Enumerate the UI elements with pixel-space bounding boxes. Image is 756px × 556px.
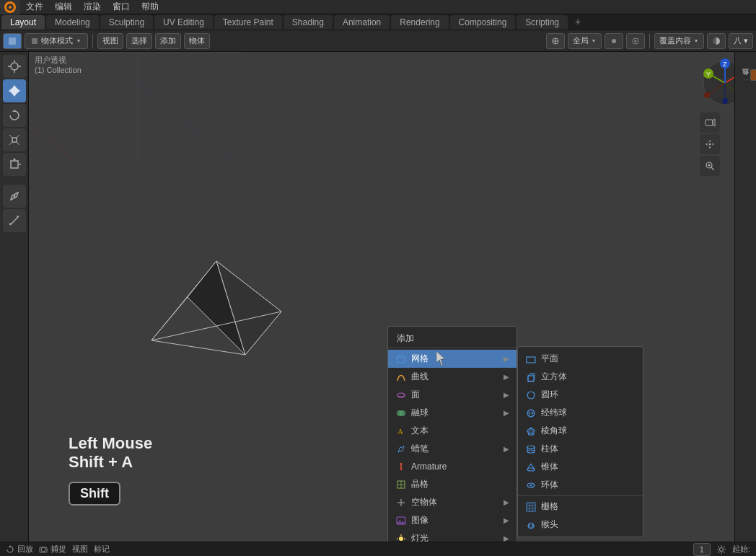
- svg-point-123: [527, 450, 535, 453]
- submenu-grid[interactable]: 栅格: [518, 498, 643, 516]
- svg-point-113: [527, 392, 535, 399]
- cursor-tool[interactable]: [3, 55, 26, 78]
- menu-item-image[interactable]: 图像 ▶: [388, 511, 517, 529]
- submenu-plane[interactable]: 平面: [518, 350, 643, 368]
- menu-item-surface[interactable]: 面 ▶: [388, 386, 517, 404]
- tab-sculpting[interactable]: Sculpting: [100, 15, 153, 30]
- status-capture: 捕捉: [39, 544, 66, 555]
- svg-point-129: [527, 483, 535, 487]
- menu-item-meta[interactable]: 融球 ▶: [388, 404, 517, 422]
- proportional-btn[interactable]: [626, 33, 645, 49]
- viewport[interactable]: 用户透视 (1) Collection: [29, 52, 756, 542]
- menu-render[interactable]: 渲染: [78, 0, 107, 14]
- capture-label: 捕捉: [50, 544, 66, 555]
- mesh-submenu: 平面 立方体 圆环 经纬球 棱角球: [517, 346, 643, 537]
- tab-animation[interactable]: Animation: [334, 15, 390, 30]
- submenu-uvsphere[interactable]: 经纬球: [518, 404, 643, 422]
- submenu-cylinder[interactable]: 柱体: [518, 440, 643, 458]
- tab-layout[interactable]: Layout: [1, 15, 45, 30]
- n-panel-color-box: [750, 69, 756, 81]
- menu-item-text[interactable]: A 文本: [388, 422, 517, 440]
- move-tool[interactable]: [3, 79, 26, 102]
- submenu-torus[interactable]: 环体: [518, 476, 643, 494]
- hint-line1: Left Mouse: [69, 434, 152, 453]
- viewport-mode-btn[interactable]: 八 ▾: [729, 33, 753, 49]
- status-rotate: 回放: [6, 544, 33, 555]
- svg-line-78: [711, 167, 714, 170]
- svg-marker-75: [713, 119, 715, 126]
- menu-window[interactable]: 窗口: [107, 0, 136, 14]
- add-menu-btn[interactable]: 添加: [155, 33, 181, 49]
- view-menu-btn[interactable]: 视图: [97, 33, 123, 49]
- zoom-view-btn[interactable]: [700, 156, 720, 176]
- add-menu-title: 添加: [388, 330, 517, 348]
- menu-item-curve[interactable]: 曲线 ▶: [388, 368, 517, 386]
- frame-number: 1: [700, 545, 704, 554]
- menu-item-light[interactable]: 灯光 ▶: [388, 529, 517, 542]
- icosphere-icon: [525, 425, 537, 437]
- tab-uv-editing[interactable]: UV Editing: [154, 15, 213, 30]
- menu-item-mesh[interactable]: 网格 ▶: [388, 350, 517, 368]
- top-menubar: 文件 编辑 渲染 窗口 帮助: [0, 0, 756, 14]
- mode-dropdown[interactable]: 物体模式: [25, 33, 88, 49]
- status-settings[interactable]: [716, 544, 726, 555]
- submenu-circle[interactable]: 圆环: [518, 386, 643, 404]
- light-arrow: ▶: [504, 534, 509, 542]
- object-menu-btn[interactable]: 物体: [184, 33, 210, 49]
- svg-text:Z: Z: [723, 61, 727, 68]
- viewport-shading-btn[interactable]: [3, 33, 22, 49]
- tab-shading[interactable]: Shading: [284, 15, 333, 30]
- add-menu: 添加 网格 ▶ 曲线 ▶ 面 ▶: [387, 326, 517, 542]
- svg-line-36: [10, 216, 19, 225]
- tab-rendering[interactable]: Rendering: [391, 15, 448, 30]
- svg-rect-74: [706, 120, 713, 125]
- svg-point-143: [41, 547, 45, 552]
- global-btn[interactable]: 全局: [568, 33, 602, 49]
- svg-marker-97: [397, 520, 405, 524]
- svg-text:Y: Y: [706, 71, 711, 78]
- transform-tool[interactable]: [3, 153, 26, 176]
- scale-tool[interactable]: [3, 128, 26, 151]
- measure-tool[interactable]: [3, 209, 26, 232]
- perspective-label: 用户透视: [35, 55, 82, 66]
- overlay-dropdown-btn[interactable]: 覆盖内容: [654, 33, 704, 49]
- tab-compositing[interactable]: Compositing: [450, 15, 516, 30]
- camera-view-btn[interactable]: [700, 112, 720, 133]
- submenu-icosphere[interactable]: 棱角球: [518, 422, 643, 440]
- keyboard-hint: Left Mouse Shift + A Shift: [69, 434, 152, 506]
- select-menu-btn[interactable]: 选择: [126, 33, 152, 49]
- uvsphere-icon: [525, 407, 537, 419]
- mesh-arrow: ▶: [504, 355, 509, 363]
- add-workspace-button[interactable]: +: [569, 14, 586, 30]
- menu-file[interactable]: 文件: [20, 0, 49, 14]
- submenu-cone[interactable]: 锥体: [518, 458, 643, 476]
- tab-modeling[interactable]: Modeling: [46, 15, 99, 30]
- menu-item-gpencil[interactable]: 蜡笔 ▶: [388, 440, 517, 458]
- move-view-btn[interactable]: [700, 134, 720, 154]
- svg-rect-31: [11, 161, 18, 168]
- svg-marker-5: [77, 40, 80, 43]
- status-frame-input[interactable]: 1: [693, 543, 711, 556]
- menu-edit[interactable]: 编辑: [49, 0, 78, 14]
- svg-rect-81: [397, 357, 405, 363]
- svg-point-145: [719, 547, 723, 551]
- hint-line2: Shift + A: [69, 453, 152, 472]
- viewport-shading-toggle[interactable]: [707, 33, 726, 49]
- snap-btn[interactable]: [605, 33, 623, 49]
- menu-help[interactable]: 帮助: [136, 0, 164, 14]
- light-icon: [395, 533, 407, 542]
- submenu-cube[interactable]: 立方体: [518, 368, 643, 386]
- submenu-monkey[interactable]: 猴头: [518, 516, 643, 534]
- menu-item-empty[interactable]: 空物体 ▶: [388, 493, 517, 511]
- shift-badge: Shift: [69, 482, 120, 506]
- n-panel: 颜色: 阴影色: 字号 Disp 原点: 偏移量: La: [734, 52, 756, 542]
- settings-icon: [716, 544, 726, 555]
- transform-btn[interactable]: [546, 33, 565, 49]
- tab-texture-paint[interactable]: Texture Paint: [214, 15, 282, 30]
- menu-item-armature[interactable]: Armature: [388, 458, 517, 475]
- tab-scripting[interactable]: Scripting: [517, 15, 568, 30]
- rotate-tool[interactable]: [3, 104, 26, 127]
- circle-icon: [525, 389, 537, 401]
- annotate-tool[interactable]: [3, 185, 26, 208]
- menu-item-lattice[interactable]: 晶格: [388, 475, 517, 493]
